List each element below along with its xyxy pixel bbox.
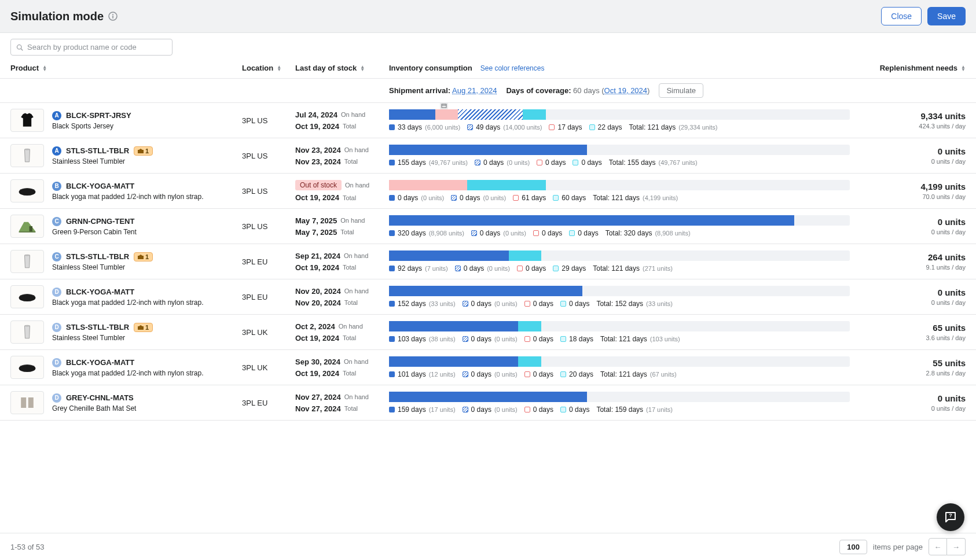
product-name: Black yoga mat padded 1/2-inch with nylo… [52,299,203,307]
table-row[interactable]: D STLS-STLL-TBLR 1 Stainless Steel Tumbl… [0,315,976,350]
location-cell: 3PL US [242,116,295,125]
product-cell: A BLCK-SPRT-JRSY Black Sports Jersey [10,109,242,132]
simulation-bar: Shipment arrival: Aug 21, 2024 Days of c… [0,79,976,103]
legend-item: 18 days [560,335,593,343]
table-row[interactable]: A STLS-STLL-TBLR 1 Stainless Steel Tumbl… [0,138,976,174]
simulate-button[interactable]: Simulate [659,83,703,98]
coverage-label: Days of coverage: 60 days (Oct 19, 2024) [506,86,650,95]
page-range: 1-53 of 53 [10,543,45,551]
legend-item: 103 days(38 units) [389,335,456,343]
table-row[interactable]: D GREY-CHNL-MATS Grey Chenille Bath Mat … [0,385,976,421]
legend-item: 0 days(0 units) [471,229,526,237]
legend-item: 0 days [533,229,562,237]
see-color-ref-link[interactable]: See color references [480,64,545,72]
product-cell: D STLS-STLL-TBLR 1 Stainless Steel Tumbl… [10,320,242,344]
table-row[interactable]: C GRNN-CPNG-TENT Green 9-Person Cabin Te… [0,209,976,244]
product-thumb [10,285,44,308]
inventory-cell: 33 days(6,000 units)49 days(14,000 units… [389,109,850,131]
table-row[interactable]: B BLCK-YOGA-MATT Black yoga mat padded 1… [0,174,976,209]
location-cell: 3PL EU [242,399,295,407]
chat-fab[interactable]: ? [937,503,964,531]
svg-rect-12 [138,256,144,259]
product-thumb [10,215,44,238]
svg-text:?: ? [949,513,952,518]
prev-page-button[interactable]: ← [929,538,947,555]
legend-item: 159 days(17 units) [389,406,456,414]
inventory-cell: 103 days(38 units)0 days(0 units)0 days1… [389,321,850,343]
product-cell: B BLCK-YOGA-MATT Black yoga mat padded 1… [10,179,242,202]
coverage-end-link[interactable]: Oct 19, 2024 [604,86,647,95]
table-row[interactable]: A BLCK-SPRT-JRSY Black Sports Jersey 3PL… [0,103,976,138]
ship-marker-icon [440,103,448,109]
arrival-label: Shipment arrival: Aug 21, 2024 [389,86,497,95]
legend-total: Total: 121 days(67 units) [600,370,677,378]
replenish-cell: 264 units 9.1 units / day [850,252,966,271]
location-cell: 3PL US [242,222,295,231]
svg-point-14 [25,325,30,327]
replenish-cell: 0 units 0 units / day [850,217,966,235]
last-day-cell: Nov 20, 2024On hand Nov 20, 2024Total [295,287,389,307]
location-cell: 3PL US [242,152,295,160]
header: Simulation mode Close Save [0,0,976,33]
save-button[interactable]: Save [927,7,966,25]
replenish-cell: 55 units 2.8 units / day [850,358,966,377]
svg-rect-5 [442,104,446,108]
search-input[interactable] [10,39,173,56]
last-day-cell: Sep 21, 2024On hand Oct 19, 2024Total [295,252,389,272]
next-page-button[interactable]: → [947,538,966,555]
replenish-cell: 9,334 units 424.3 units / day [850,111,966,130]
consumption-bar [389,215,850,226]
grade-badge: A [52,111,61,120]
legend-item: 33 days(6,000 units) [389,123,460,131]
close-button[interactable]: Close [881,7,922,25]
legend-item: 0 days [524,370,553,378]
legend-item: 0 days(0 units) [455,264,510,272]
warning-pill: 1 [134,146,153,156]
legend-total: Total: 159 days(17 units) [596,406,673,414]
location-cell: 3PL US [242,187,295,196]
table-row[interactable]: D BLCK-YOGA-MATT Black yoga mat padded 1… [0,279,976,315]
product-name: Green 9-Person Cabin Tent [52,228,137,236]
col-replenish[interactable]: Replenishment needs▲▼ [850,64,966,72]
legend-item: 22 days [589,123,622,131]
inventory-cell: 155 days(49,767 units)0 days(0 units)0 d… [389,145,850,167]
sort-icon: ▲▼ [360,65,365,71]
out-of-stock-badge: Out of stock [295,180,342,190]
legend-total: Total: 121 days(29,334 units) [629,123,718,131]
consumption-bar [389,321,850,331]
product-name: Black yoga mat padded 1/2-inch with nylo… [52,369,203,377]
svg-rect-15 [138,326,144,330]
last-day-cell: Nov 23, 2024On hand Nov 23, 2024Total [295,146,389,166]
svg-line-4 [21,49,23,50]
legend-item: 152 days(33 units) [389,300,456,308]
page-title: Simulation mode [10,10,118,23]
col-inventory: Inventory consumptionSee color reference… [389,64,850,72]
product-sku: STLS-STLL-TBLR [66,323,129,331]
sort-icon: ▲▼ [42,65,47,71]
legend-item: 17 days [549,123,582,131]
product-cell: D BLCK-YOGA-MATT Black yoga mat padded 1… [10,356,242,379]
col-location[interactable]: Location▲▼ [242,64,295,72]
legend-item: 60 days [553,194,586,202]
product-sku: GREY-CHNL-MATS [66,393,134,402]
last-day-cell: Nov 27, 2024On hand Nov 27, 2024Total [295,393,389,413]
rows-container: A BLCK-SPRT-JRSY Black Sports Jersey 3PL… [0,103,976,533]
legend-item: 0 days [524,300,553,308]
table-row[interactable]: D BLCK-YOGA-MATT Black yoga mat padded 1… [0,350,976,385]
product-thumb [10,144,44,167]
arrival-date-link[interactable]: Aug 21, 2024 [452,86,497,95]
table-row[interactable]: C STLS-STLL-TBLR 1 Stainless Steel Tumbl… [0,244,976,279]
svg-rect-18 [28,397,34,408]
col-product[interactable]: Product▲▼ [10,64,242,72]
last-day-cell: Oct 2, 2024On hand Oct 19, 2024Total [295,322,389,342]
legend-item: 0 days [573,159,601,167]
items-per-page-select[interactable]: 100 [839,540,867,554]
grade-badge: C [52,252,61,261]
product-sku: BLCK-YOGA-MATT [66,288,134,296]
product-thumb [10,356,44,379]
svg-point-1 [112,14,113,15]
grade-badge: D [52,323,61,332]
replenish-cell: 65 units 3.6 units / day [850,323,966,341]
col-last-day[interactable]: Last day of stock▲▼ [295,64,389,72]
info-icon[interactable] [108,12,118,21]
